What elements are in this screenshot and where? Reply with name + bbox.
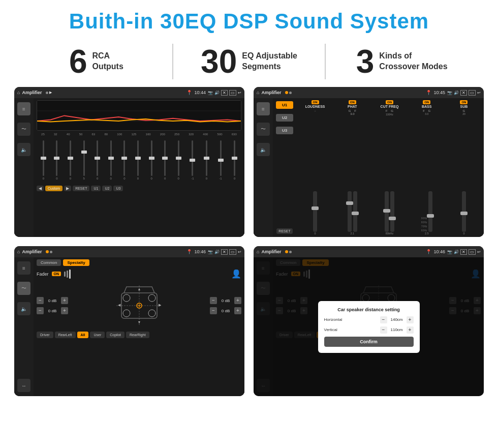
rear-right-btn[interactable]: RearRight (126, 332, 149, 338)
u3-btn[interactable]: U3 (113, 186, 123, 191)
svg-point-8 (148, 294, 155, 302)
speaker-sidebar-btn[interactable]: 🔈 (17, 143, 30, 156)
waveform-sidebar-btn[interactable]: 〜 (17, 123, 30, 136)
sub-on-badge: ON (460, 100, 468, 104)
speaker-sidebar-btn-3[interactable]: 🔈 (17, 302, 30, 315)
confirm-button[interactable]: Confirm (324, 337, 414, 347)
db-plus-2[interactable]: + (61, 307, 68, 314)
fader-on-badge: ON (52, 272, 61, 276)
fader-controls-right: − 0 dB + − 0 dB + (210, 297, 241, 314)
stat-crossover-label: Kinds ofCrossover Modes (379, 51, 447, 72)
all-btn[interactable]: All (77, 332, 89, 338)
u1-cross-btn[interactable]: U1 (276, 101, 293, 109)
db-plus-3[interactable]: + (234, 297, 241, 304)
prev-btn[interactable]: ◀ (37, 186, 44, 191)
screen3-topbar: ⌂ Amplifier 📍 10:46 📷 🔊 ✕ ▭ ↩ (14, 246, 244, 257)
u2-btn[interactable]: U2 (102, 186, 112, 191)
vertical-plus-btn[interactable]: + (407, 326, 414, 334)
db-minus-2[interactable]: − (37, 307, 44, 314)
eq-main: 253240506380100125160200250320400500630 … (34, 98, 244, 237)
vertical-row: Vertical − 110cm + (324, 326, 414, 334)
status-dot-4 (46, 250, 49, 253)
loudness-slider[interactable] (297, 112, 333, 232)
svg-text:▼: ▼ (137, 320, 141, 324)
reset-btn[interactable]: RESET (73, 186, 89, 191)
screen-dialog: ⌂ Amplifier 📍 10:46 📷 🔊 ✕ ▭ ↩ ≡ 〜 🔈 (254, 246, 484, 396)
u3-cross-btn[interactable]: U3 (276, 127, 293, 134)
eq-slider-5[interactable]: 0 (97, 137, 98, 183)
eq-slider-13[interactable]: 0 (206, 137, 207, 183)
camera-icon: 📷 (208, 91, 213, 95)
vertical-ctrl: − 110cm + (380, 326, 414, 334)
copilot-btn[interactable]: Copilot (106, 332, 124, 338)
eq-graph (37, 100, 241, 131)
user-btn[interactable]: User (90, 332, 105, 338)
driver-btn[interactable]: Driver (37, 332, 53, 338)
eq-slider-15[interactable]: 0 (234, 137, 235, 183)
rear-left-btn[interactable]: RearLeft (55, 332, 76, 338)
eq-sidebar-btn[interactable]: ≡ (17, 102, 30, 115)
svg-point-9 (123, 310, 130, 317)
sub-slider[interactable] (446, 115, 482, 232)
stat-rca-number: 6 (69, 45, 87, 78)
speaker-sidebar-btn-2[interactable]: 🔈 (257, 143, 270, 156)
db-minus-1[interactable]: − (37, 297, 44, 304)
status-dot (46, 92, 48, 94)
fader-bottom-btns: Driver RearLeft All User Copilot RearRig… (37, 332, 241, 338)
u1-btn[interactable]: U1 (91, 186, 101, 191)
custom-btn[interactable]: Custom (45, 186, 63, 191)
eq-slider-11[interactable]: 0 (178, 137, 179, 183)
status-dot-3 (289, 92, 292, 94)
fader-bars (64, 270, 71, 279)
cross-col-bass: ON BASS F G 3.0 90Hz80Hz70Hz60Hz 2.5 (409, 100, 445, 235)
vertical-minus-btn[interactable]: − (380, 326, 387, 334)
db-minus-4[interactable]: − (210, 307, 217, 314)
cutfreq-slider[interactable] (371, 116, 407, 232)
camera-icon-2: 📷 (447, 91, 452, 95)
loudness-on-badge: ON (312, 100, 319, 104)
eq-slider-7[interactable]: 0 (123, 137, 125, 183)
cutfreq-title: CUT FREQ (381, 105, 399, 108)
eq-slider-6[interactable]: 0 (110, 137, 112, 183)
db-minus-3[interactable]: − (210, 297, 217, 304)
eq-slider-1[interactable]: 0 (43, 137, 44, 183)
location-icon-4: 📍 (426, 249, 431, 254)
eq-slider-2[interactable]: 0 (56, 137, 57, 183)
location-icon: 📍 (186, 90, 192, 95)
waveform-sidebar-btn-3[interactable]: 〜 (17, 282, 30, 295)
cross-reset-btn[interactable]: RESET (276, 228, 292, 234)
phat-slider[interactable] (334, 115, 370, 232)
db-val-2: 0 dB (46, 309, 58, 313)
eq-slider-12[interactable]: -1 (191, 137, 194, 183)
eq-slider-14[interactable]: -1 (219, 137, 222, 183)
back-icon-2: ↩ (477, 91, 481, 95)
play-btn[interactable]: ▶ (64, 186, 71, 191)
surround-btn-3[interactable]: ↔ (17, 379, 30, 392)
screens-grid: ⌂ Amplifier ▶ 📍 10:44 📷 🔊 ✕ ▭ ↩ ≡ 〜 🔈 (0, 87, 498, 401)
bass-title: BASS (422, 105, 431, 108)
waveform-sidebar-btn-2[interactable]: 〜 (257, 123, 270, 136)
eq-slider-9[interactable]: 0 (150, 137, 152, 183)
horizontal-plus-btn[interactable]: + (407, 316, 414, 323)
db-plus-1[interactable]: + (61, 297, 68, 304)
play-icon: ▶ (49, 91, 52, 95)
stat-crossover-number: 3 (356, 45, 375, 78)
u2-cross-btn[interactable]: U2 (276, 114, 293, 122)
specialty-tab[interactable]: Specialty (63, 259, 89, 266)
common-tab[interactable]: Common (37, 259, 61, 266)
eq-slider-10[interactable]: 0 (164, 137, 166, 183)
eq-sidebar-btn-2[interactable]: ≡ (257, 102, 270, 115)
eq-slider-3[interactable]: 0 (70, 137, 71, 183)
stats-row: 6 RCAOutputs 30 EQ AdjustableSegments 3 … (0, 39, 498, 87)
bass-slider[interactable]: 90Hz80Hz70Hz60Hz (409, 115, 445, 232)
horizontal-minus-btn[interactable]: − (380, 316, 387, 323)
home-icon: ⌂ (17, 90, 20, 95)
eq-bottom-bar: ◀ Custom ▶ RESET U1 U2 U3 (37, 185, 241, 192)
bass-on-badge: ON (423, 100, 430, 104)
status-dot-2 (285, 91, 288, 94)
db-plus-4[interactable]: + (234, 307, 241, 314)
eq-slider-8[interactable]: 0 (137, 137, 139, 183)
screen2-content: ≡ 〜 🔈 U1 U2 U3 RESET ON LOUDNESS (254, 98, 484, 237)
eq-sidebar-btn-3[interactable]: ≡ (17, 261, 30, 275)
eq-slider-4[interactable]: 5 (83, 137, 84, 183)
